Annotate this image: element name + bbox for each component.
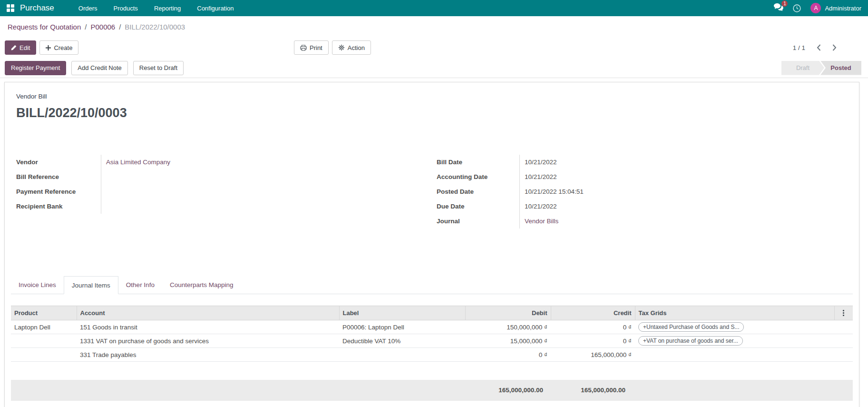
cell-debit: 15,000,000 ₫ (465, 334, 551, 348)
field-bill-date: Bill Date 10/21/2022 (437, 155, 848, 169)
vendor-link[interactable]: Asia Limited Company (106, 159, 170, 166)
printer-icon (300, 45, 307, 51)
field-group: Vendor Asia Limited Company Bill Referen… (16, 155, 848, 228)
breadcrumb-separator: / (115, 23, 125, 31)
table-row[interactable]: 1331 VAT on purchase of goods and servic… (11, 334, 853, 348)
edit-button[interactable]: Edit (5, 40, 36, 55)
pager-count[interactable]: 1 / 1 (793, 44, 805, 51)
messages-badge: 1 (781, 0, 788, 7)
col-header-product[interactable]: Product (11, 306, 77, 320)
tab-invoice-lines[interactable]: Invoice Lines (11, 276, 64, 294)
top-navbar: Purchase Orders Products Reporting Confi… (0, 0, 868, 16)
apps-grid-icon[interactable] (7, 4, 14, 12)
tab-journal-items[interactable]: Journal Items (64, 276, 118, 294)
statusbar-row: Register Payment Add Credit Note Reset t… (0, 58, 868, 78)
cell-product: Laptopn Dell (11, 320, 77, 334)
activities-clock-icon[interactable] (792, 4, 801, 13)
ellipsis-vertical-icon (838, 310, 850, 316)
tab-other-info[interactable]: Other Info (118, 276, 162, 294)
col-header-credit[interactable]: Credit (551, 306, 635, 320)
breadcrumb-link-rfq[interactable]: Requests for Quotation (8, 23, 81, 31)
control-buttons-row: Edit Create Print Action 1 / 1 (0, 37, 868, 58)
field-payment-reference: Payment Reference (16, 184, 425, 199)
field-label: Bill Date (437, 159, 519, 166)
user-menu[interactable]: A Administrator (810, 3, 861, 13)
table-header-row: Product Account Label Debit Credit Tax G… (11, 306, 853, 320)
empty-row (11, 362, 853, 380)
register-payment-button[interactable]: Register Payment (5, 61, 66, 75)
field-value: 10/21/2022 (519, 199, 848, 214)
journal-link[interactable]: Vendor Bills (525, 218, 558, 225)
add-credit-note-label: Add Credit Note (78, 64, 122, 71)
nav-item-configuration[interactable]: Configuration (189, 5, 242, 12)
col-header-label[interactable]: Label (339, 306, 465, 320)
tab-counterparts-mapping[interactable]: Counterparts Mapping (162, 276, 241, 294)
pager-previous-icon[interactable] (817, 44, 821, 51)
cell-account: 151 Goods in transit (77, 320, 339, 334)
reset-to-draft-button[interactable]: Reset to Draft (133, 61, 184, 75)
field-label: Bill Reference (16, 173, 101, 180)
col-header-account[interactable]: Account (77, 306, 339, 320)
total-credit: 165,000,000.00 (551, 380, 635, 401)
notebook-tabs: Invoice Lines Journal Items Other Info C… (11, 276, 853, 294)
reset-to-draft-label: Reset to Draft (139, 64, 177, 71)
cell-label (339, 348, 465, 362)
field-label: Payment Reference (16, 188, 101, 195)
breadcrumb-current: BILL/2022/10/0003 (125, 23, 185, 31)
nav-item-products[interactable]: Products (106, 5, 146, 12)
nav-item-orders[interactable]: Orders (70, 5, 106, 12)
cell-debit: 0 ₫ (465, 348, 551, 362)
pager-next-icon[interactable] (832, 44, 837, 51)
cell-credit: 165,000,000 ₫ (551, 348, 635, 362)
table-row[interactable]: Laptopn Dell 151 Goods in transit P00006… (11, 320, 853, 334)
field-label: Posted Date (437, 188, 519, 195)
cell-label: Deductible VAT 10% (339, 334, 465, 348)
app-name[interactable]: Purchase (20, 3, 54, 13)
nav-item-reporting[interactable]: Reporting (146, 5, 189, 12)
cell-credit: 0 ₫ (551, 320, 635, 334)
field-label: Vendor (16, 159, 101, 166)
page-title: BILL/2022/10/0003 (16, 106, 848, 120)
field-bill-reference: Bill Reference (16, 169, 425, 184)
cell-product (11, 348, 77, 362)
action-button[interactable]: Action (332, 40, 371, 55)
col-header-tax-grids[interactable]: Tax Grids (635, 306, 834, 320)
cell-credit: 0 ₫ (551, 334, 635, 348)
col-header-debit[interactable]: Debit (465, 306, 551, 320)
stage-draft[interactable]: Draft (781, 61, 824, 75)
messages-icon[interactable]: 1 (774, 3, 783, 13)
table-row[interactable]: 331 Trade payables 0 ₫ 165,000,000 ₫ (11, 348, 853, 362)
pager: 1 / 1 (793, 44, 837, 51)
edit-button-label: Edit (20, 44, 30, 51)
register-payment-label: Register Payment (11, 64, 60, 71)
field-journal: Journal Vendor Bills (437, 214, 848, 228)
field-value (101, 184, 425, 199)
gear-icon (338, 44, 345, 51)
optional-columns-toggle[interactable] (834, 306, 853, 320)
create-button[interactable]: Create (39, 40, 78, 55)
form-sheet: Vendor Bill BILL/2022/10/0003 Vendor Asi… (4, 82, 859, 407)
field-value (101, 169, 425, 184)
print-button-label: Print (310, 44, 322, 51)
action-button-label: Action (348, 44, 365, 51)
breadcrumb-separator: / (81, 23, 90, 31)
stage-posted[interactable]: Posted (820, 61, 861, 75)
field-accounting-date: Accounting Date 10/21/2022 (437, 169, 848, 184)
total-debit: 165,000,000.00 (465, 380, 551, 401)
print-button[interactable]: Print (294, 40, 329, 55)
breadcrumb: Requests for Quotation / P00006 / BILL/2… (0, 16, 868, 37)
breadcrumb-link-order[interactable]: P00006 (90, 23, 115, 31)
cell-debit: 150,000,000 ₫ (465, 320, 551, 334)
status-stage-bar: Draft Posted (781, 61, 861, 75)
cell-product (11, 334, 77, 348)
field-value: 10/21/2022 15:04:51 (519, 184, 848, 199)
cell-account: 1331 VAT on purchase of goods and servic… (77, 334, 339, 348)
add-credit-note-button[interactable]: Add Credit Note (71, 61, 128, 75)
field-label: Accounting Date (437, 173, 519, 180)
user-name: Administrator (825, 5, 861, 12)
totals-row: 165,000,000.00 165,000,000.00 (11, 380, 853, 401)
cell-label: P00006: Laptopn Dell (339, 320, 465, 334)
cell-account: 331 Trade payables (77, 348, 339, 362)
pencil-icon (11, 45, 17, 50)
document-type-label: Vendor Bill (16, 93, 848, 100)
